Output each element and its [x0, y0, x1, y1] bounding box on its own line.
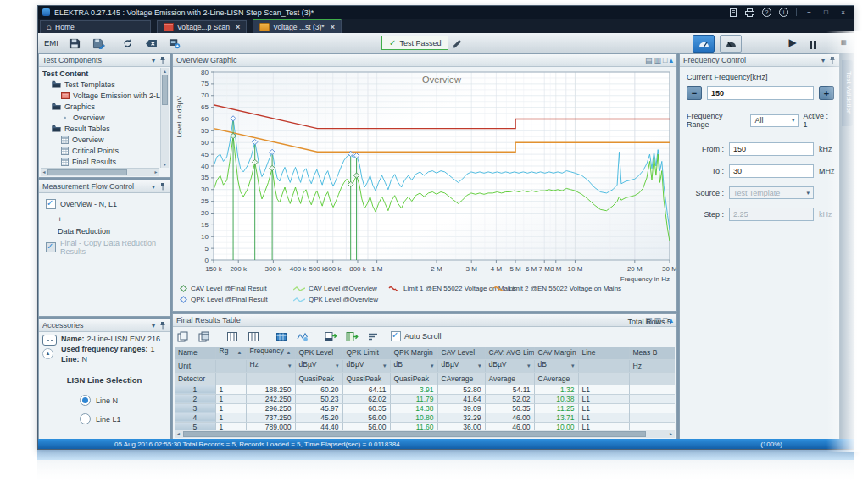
- table-header-cell[interactable]: Hz: [629, 359, 675, 372]
- append-column-button[interactable]: [245, 329, 262, 344]
- table-header-cell[interactable]: QuasiPeak: [342, 372, 390, 385]
- stop-button[interactable]: ■: [835, 35, 852, 51]
- table-header-cell[interactable]: Rg▲: [215, 347, 246, 359]
- tree-item[interactable]: Overview: [41, 112, 160, 123]
- table-header-cell[interactable]: [578, 372, 629, 385]
- save-as-button[interactable]: [89, 35, 108, 52]
- table-header-cell[interactable]: QPK Margin: [390, 347, 437, 359]
- collapse-icon[interactable]: ▲: [42, 348, 53, 359]
- frequency-increment-button[interactable]: +: [819, 86, 834, 100]
- table-header-cell[interactable]: dB▾: [534, 359, 578, 372]
- tree-item[interactable]: Final Results: [41, 156, 160, 167]
- table-header-cell[interactable]: Average: [485, 372, 534, 385]
- table-header-cell[interactable]: CAV: AVG Limit: [485, 347, 534, 359]
- table-header-cell[interactable]: CAverage: [534, 372, 578, 385]
- table-header-cell[interactable]: QuasiPeak: [390, 372, 437, 385]
- vertical-scrollbar[interactable]: ▲ ▼: [160, 68, 169, 168]
- table-header-cell[interactable]: QuasiPeak: [295, 372, 342, 385]
- table-row[interactable]: 21242.25050.2362.0211.7941.6452.0210.38L…: [175, 394, 675, 403]
- frequency-decrement-button[interactable]: −: [687, 86, 702, 100]
- pause-button[interactable]: [810, 37, 826, 49]
- tab-voltage-test[interactable]: Voltage ...st (3)* ×: [253, 19, 342, 33]
- table-row[interactable]: 41737.25045.2056.0010.8032.2946.0013.71L…: [175, 413, 675, 422]
- to-input[interactable]: 30: [729, 164, 814, 178]
- test-validation-tab[interactable]: Test Validation: [842, 60, 853, 126]
- sort-button[interactable]: [364, 329, 381, 344]
- current-frequency-input[interactable]: 150: [707, 86, 814, 100]
- table-header-cell[interactable]: QPK Limit: [342, 347, 390, 359]
- save-button[interactable]: [65, 35, 84, 52]
- table-header-cell[interactable]: Unit: [175, 359, 215, 372]
- table-header-cell[interactable]: Name: [175, 347, 215, 359]
- show-trace-button[interactable]: [294, 329, 311, 344]
- table-header-cell[interactable]: [215, 372, 246, 385]
- refresh-button[interactable]: [118, 35, 136, 52]
- lisn-line-radio[interactable]: Line L1: [80, 413, 166, 424]
- table-header-cell[interactable]: dBµV▾: [295, 359, 342, 372]
- tree-item[interactable]: Critical Points: [41, 145, 160, 156]
- export-table-button[interactable]: [343, 329, 360, 344]
- table-header-cell[interactable]: CAV Margin: [534, 347, 578, 359]
- table-header-cell[interactable]: [578, 359, 629, 372]
- edit-test-status-button[interactable]: [447, 36, 465, 53]
- table-header-cell[interactable]: Hz▾: [246, 359, 295, 372]
- tab-voltage-scan[interactable]: Voltage...p Scan ×: [157, 20, 247, 33]
- source-select[interactable]: Test Template▾: [729, 186, 814, 199]
- chevron-down-icon[interactable]: ▾: [152, 322, 155, 330]
- play-button[interactable]: ▶: [784, 35, 801, 51]
- table-header-cell[interactable]: dB▾: [390, 359, 437, 372]
- table-header-cell[interactable]: Line: [578, 347, 629, 359]
- overview-chart[interactable]: 150 k200 k300 k400 k500 k600 k800 k1 M2 …: [173, 66, 676, 285]
- table-header-cell[interactable]: dBµV▾: [437, 359, 485, 372]
- lisn-line-radio[interactable]: Line N: [80, 395, 166, 406]
- clear-button[interactable]: [142, 35, 160, 52]
- copy-button[interactable]: [175, 329, 192, 344]
- add-device-button[interactable]: [165, 35, 184, 52]
- table-header-cell[interactable]: Frequency▲: [246, 347, 295, 359]
- pin-icon[interactable]: [159, 57, 166, 64]
- tree-item[interactable]: Graphics: [41, 101, 160, 112]
- collapse-up-icon[interactable]: ▴: [669, 56, 673, 64]
- close-button[interactable]: ×: [838, 8, 848, 17]
- tree-item[interactable]: Overview: [41, 134, 160, 145]
- table-header-cell[interactable]: CAV Level: [437, 347, 485, 359]
- tree-item[interactable]: Result Tables: [41, 123, 160, 134]
- table-horizontal-scrollbar[interactable]: ◄ ►: [175, 430, 675, 438]
- table-header-cell[interactable]: [629, 372, 675, 385]
- select-table-button[interactable]: [273, 329, 290, 344]
- tree-item[interactable]: Test Content: [41, 68, 160, 79]
- table-header-cell[interactable]: dBµV▾: [342, 359, 390, 372]
- table-row[interactable]: 31296.25045.9760.3514.3839.0950.3511.25L…: [175, 403, 675, 413]
- tab-close-icon[interactable]: ×: [331, 23, 335, 31]
- from-input[interactable]: 150: [729, 142, 814, 156]
- chevron-down-icon[interactable]: ▾: [821, 57, 825, 64]
- layout-split-h-icon[interactable]: ▤: [645, 56, 653, 64]
- layout-split-v-icon[interactable]: ▥: [654, 56, 662, 64]
- table-header-cell[interactable]: Meas B: [629, 347, 675, 359]
- tree-item[interactable]: Test Templates: [41, 79, 160, 90]
- maximize-button[interactable]: □: [821, 8, 831, 17]
- interactive-measurement-button[interactable]: [693, 35, 715, 53]
- export-file-button[interactable]: [322, 329, 339, 344]
- chevron-down-icon[interactable]: ▾: [152, 57, 155, 64]
- flow-step-checkbox[interactable]: Final - Copy Data Reduction Results: [46, 239, 166, 256]
- table-header-cell[interactable]: CAverage: [437, 372, 485, 385]
- minimize-button[interactable]: −: [804, 8, 814, 17]
- tab-close-icon[interactable]: ×: [236, 23, 240, 31]
- report-icon[interactable]: [728, 8, 737, 17]
- flow-step-checkbox[interactable]: Overview - N, L1: [46, 199, 166, 209]
- analysis-mode-button[interactable]: [720, 35, 742, 53]
- frequency-range-select[interactable]: All ▾: [750, 114, 798, 127]
- layout-float-icon[interactable]: □: [663, 56, 667, 64]
- copy-with-header-button[interactable]: [196, 329, 213, 344]
- insert-column-button[interactable]: [224, 329, 241, 344]
- auto-scroll-checkbox[interactable]: Auto Scroll: [391, 331, 442, 341]
- horizontal-scrollbar[interactable]: ◄ ►: [41, 168, 159, 176]
- table-header-cell[interactable]: Detector: [175, 372, 215, 385]
- tab-home[interactable]: ⌂ Home: [40, 20, 151, 33]
- table-header-cell[interactable]: dBµV▾: [485, 359, 534, 372]
- pin-icon[interactable]: [159, 183, 166, 191]
- table-row[interactable]: 11188.25060.2064.113.9152.8054.111.32L1: [175, 385, 675, 394]
- pin-icon[interactable]: [159, 322, 166, 330]
- table-header-cell[interactable]: [246, 372, 295, 385]
